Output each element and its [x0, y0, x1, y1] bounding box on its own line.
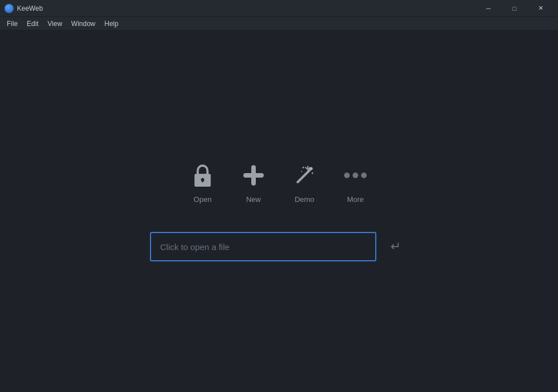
plus-icon	[239, 161, 268, 189]
svg-line-7	[306, 167, 307, 169]
menu-file[interactable]: File	[2, 19, 22, 29]
new-label: New	[246, 195, 261, 204]
file-open-box[interactable]: Click to open a file	[150, 232, 376, 261]
enter-icon: ↵	[390, 239, 401, 254]
svg-rect-2	[202, 180, 204, 183]
svg-point-11	[303, 167, 304, 169]
maximize-button[interactable]: □	[501, 0, 527, 17]
wand-icon	[290, 161, 319, 189]
menu-help[interactable]: Help	[100, 19, 123, 29]
app-icon	[5, 4, 14, 13]
demo-button[interactable]: Demo	[282, 161, 327, 204]
dots-icon	[341, 161, 370, 189]
dot-3	[361, 173, 367, 178]
title-bar: KeeWeb ─ □ ✕	[0, 0, 558, 17]
enter-button[interactable]: ↵	[383, 234, 408, 259]
menu-window[interactable]: Window	[67, 19, 100, 29]
title-bar-left: KeeWeb	[5, 4, 43, 13]
new-button[interactable]: New	[231, 161, 276, 204]
svg-point-10	[310, 167, 313, 170]
file-open-placeholder: Click to open a file	[160, 242, 230, 252]
menu-edit[interactable]: Edit	[22, 19, 43, 29]
dot-1	[344, 173, 350, 178]
action-row: Open New	[180, 161, 378, 204]
open-label: Open	[194, 195, 212, 204]
window-controls: ─ □ ✕	[475, 0, 553, 17]
svg-rect-4	[243, 173, 264, 178]
close-button[interactable]: ✕	[527, 0, 553, 17]
dot-2	[353, 173, 358, 178]
more-button[interactable]: More	[333, 161, 378, 204]
main-content: Open New	[0, 31, 558, 392]
minimize-button[interactable]: ─	[475, 0, 501, 17]
svg-line-5	[298, 169, 311, 182]
menu-view[interactable]: View	[43, 19, 67, 29]
demo-label: Demo	[295, 195, 315, 204]
svg-point-12	[312, 173, 314, 174]
file-open-container: Click to open a file ↵	[150, 232, 408, 261]
svg-point-13	[301, 171, 302, 172]
app-title: KeeWeb	[17, 5, 43, 12]
more-label: More	[347, 195, 364, 204]
open-button[interactable]: Open	[180, 161, 225, 204]
menu-bar: File Edit View Window Help	[0, 17, 558, 31]
lock-icon	[188, 161, 217, 189]
